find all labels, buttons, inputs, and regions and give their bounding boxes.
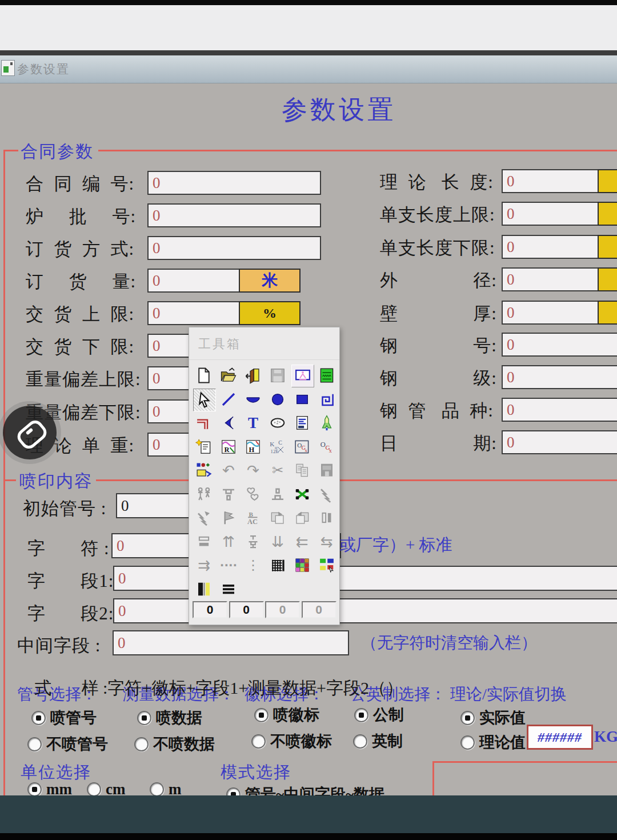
field-input[interactable]: 0 xyxy=(502,202,599,226)
step-arrow-icon[interactable] xyxy=(316,483,338,505)
field-input[interactable]: 0 xyxy=(502,169,599,193)
radio-button[interactable] xyxy=(460,711,475,725)
radio-button[interactable] xyxy=(150,782,164,797)
field-input[interactable]: 0 xyxy=(502,301,599,325)
save-icon[interactable] xyxy=(267,365,289,386)
figures-icon[interactable] xyxy=(193,483,215,505)
toolbox-count-field[interactable]: 0 xyxy=(193,601,227,618)
arrows-swap-icon[interactable]: ⇆ xyxy=(316,531,338,553)
new-file-icon[interactable] xyxy=(193,365,215,386)
field-input[interactable]: 0 xyxy=(147,171,321,195)
field-input[interactable]: 0 xyxy=(502,333,617,357)
toolbox-count-field[interactable]: 0 xyxy=(265,601,300,618)
arrows-right-icon[interactable]: ⇉ xyxy=(193,554,215,576)
unit-button[interactable]: 米 xyxy=(239,269,301,293)
arrows-left-icon[interactable]: ⇇ xyxy=(291,531,313,553)
field-input[interactable]: 0 xyxy=(502,430,617,454)
merge-icon[interactable] xyxy=(242,531,264,553)
field-input[interactable]: 0 xyxy=(502,365,617,389)
dots-horizontal-icon[interactable]: ···· xyxy=(218,554,239,576)
kg-unit-label: KG xyxy=(594,728,617,746)
flag-icon[interactable] xyxy=(218,507,239,529)
radio-button[interactable] xyxy=(134,737,149,751)
distribute-green-icon[interactable] xyxy=(291,483,313,505)
image-r-icon[interactable]: R xyxy=(218,436,239,458)
radio-button[interactable] xyxy=(460,735,475,750)
clamp-top-icon[interactable] xyxy=(218,483,239,505)
pointer-icon[interactable] xyxy=(193,389,216,411)
field-input[interactable]: 0 xyxy=(113,630,349,655)
vertical-bars-icon[interactable] xyxy=(316,507,338,529)
ac-letters-icon[interactable]: BAC xyxy=(242,507,264,529)
pattern-select-icon[interactable] xyxy=(316,554,338,576)
clamp-bottom-icon[interactable] xyxy=(267,483,289,505)
radio-button[interactable] xyxy=(27,737,42,751)
toolbox-panel[interactable]: 工具箱 TRHKoC12EOGxOGx↶↷✂BAC⇈⇊⇇⇆⇉····⋮0000 xyxy=(189,327,340,625)
step-arrow-2-icon[interactable] xyxy=(193,507,215,529)
report-icon[interactable] xyxy=(291,412,313,434)
field-input[interactable]: 0 xyxy=(147,236,321,260)
radio-option[interactable]: 不喷徽标 xyxy=(251,731,332,751)
ellipse-tool-icon[interactable] xyxy=(267,389,289,410)
open-folder-icon[interactable] xyxy=(218,365,239,386)
dots-vertical-icon[interactable]: ⋮ xyxy=(242,554,264,576)
arrows-down-icon[interactable]: ⇊ xyxy=(267,531,289,553)
unit-button[interactable] xyxy=(598,267,617,291)
radio-button[interactable] xyxy=(87,782,101,797)
radio-button[interactable] xyxy=(353,734,367,749)
palette-icon[interactable] xyxy=(291,554,313,576)
green-display-icon[interactable] xyxy=(316,365,338,386)
menu-lines-icon[interactable] xyxy=(218,578,239,600)
unit-button[interactable] xyxy=(598,301,617,325)
arc-tool-icon[interactable] xyxy=(242,389,264,410)
radio-option[interactable]: 实际值 xyxy=(460,707,526,728)
field-input[interactable]: 0 xyxy=(147,203,321,227)
exit-door-icon[interactable] xyxy=(242,365,264,386)
field-input[interactable]: 0 xyxy=(147,301,241,325)
field-input[interactable]: 0 xyxy=(147,269,241,293)
radio-button[interactable] xyxy=(251,734,266,749)
polyline-tool-icon[interactable] xyxy=(316,389,338,410)
grid-icon[interactable] xyxy=(267,554,289,576)
unit-button[interactable] xyxy=(598,169,617,193)
toolbox-count-field[interactable]: 0 xyxy=(229,601,264,618)
rocket-icon[interactable] xyxy=(316,412,338,434)
new-report-icon[interactable] xyxy=(193,436,215,458)
radio-option[interactable]: 理论值 xyxy=(460,732,526,753)
text-tool-icon[interactable]: T xyxy=(242,412,264,434)
theoretical-value-box[interactable]: ###### xyxy=(527,725,593,750)
field-input[interactable]: 0 xyxy=(502,235,599,259)
horizontal-bars-icon[interactable] xyxy=(193,531,215,553)
group-chars-icon[interactable]: OGx xyxy=(316,436,338,458)
unit-button[interactable]: % xyxy=(239,301,301,325)
image-h-icon[interactable]: H xyxy=(242,436,264,458)
field-input[interactable]: 0 xyxy=(502,267,599,291)
radio-option[interactable]: 英制 xyxy=(353,731,403,751)
char-size-icon[interactable]: KoC12E xyxy=(267,436,289,458)
wedge-tool-icon[interactable] xyxy=(218,412,239,434)
hearts-icon[interactable] xyxy=(242,483,264,505)
rotate-pages-icon[interactable] xyxy=(267,507,289,529)
redo-icon[interactable]: ↷ xyxy=(242,459,264,481)
toolbox-count-field[interactable]: 0 xyxy=(302,601,336,618)
unit-button[interactable] xyxy=(598,202,617,226)
export-colored-icon[interactable] xyxy=(193,459,215,481)
bw-yellow-bars-icon[interactable] xyxy=(193,578,215,600)
paste-icon[interactable] xyxy=(316,459,338,481)
line-tool-icon[interactable] xyxy=(218,389,239,410)
pipe-elbow-icon[interactable] xyxy=(193,412,215,434)
rectangle-tool-icon[interactable] xyxy=(291,389,313,410)
undo-icon[interactable]: ↶ xyxy=(218,459,239,481)
radio-option[interactable]: 不喷管号 xyxy=(27,734,108,754)
rotate-pages-2-icon[interactable] xyxy=(291,507,313,529)
group-chars-boxed-icon[interactable]: OGx xyxy=(291,436,313,458)
copy-icon[interactable] xyxy=(291,459,313,481)
cut-icon[interactable]: ✂ xyxy=(267,459,289,481)
dotted-oval-icon[interactable] xyxy=(267,412,289,434)
radio-button[interactable] xyxy=(27,782,42,797)
radio-option[interactable]: 不喷数据 xyxy=(134,734,215,754)
arrows-up-icon[interactable]: ⇈ xyxy=(218,531,239,553)
unit-button[interactable] xyxy=(598,235,617,259)
field-input[interactable]: 0 xyxy=(502,398,617,422)
print-preview-icon[interactable] xyxy=(291,365,314,387)
